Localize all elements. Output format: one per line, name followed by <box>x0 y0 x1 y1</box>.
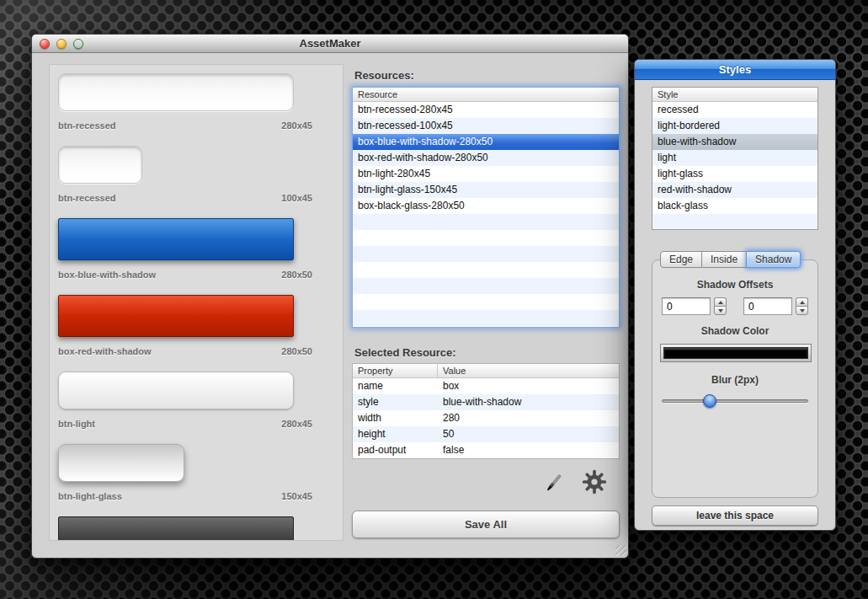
leave-this-space-button[interactable]: leave this space <box>652 505 818 526</box>
preview-label: btn-light <box>58 419 95 429</box>
property-column-header[interactable]: Property <box>353 364 438 377</box>
property-name-cell: style <box>353 394 438 410</box>
stepper-down-button[interactable] <box>714 306 727 315</box>
preview-size: 280x50 <box>281 346 312 356</box>
blur-label: Blur (2px) <box>652 374 818 386</box>
preview-shape <box>58 146 142 184</box>
style-row[interactable]: recessed <box>652 102 817 118</box>
preview-caption-row: btn-light 280x45 <box>58 419 312 429</box>
preview-list: btn-recessed 280x45 btn-recessed 100x45 … <box>50 65 343 541</box>
style-row[interactable]: black-glass <box>652 198 817 214</box>
property-value-cell: blue-with-shadow <box>438 394 526 410</box>
resources-table-body[interactable]: btn-recessed-280x45 btn-recessed-100x45 … <box>353 102 619 327</box>
shadow-offset-y-field[interactable] <box>743 297 792 315</box>
shadow-color-well[interactable] <box>660 344 812 362</box>
property-value-cell: 50 <box>438 426 459 442</box>
preview-item[interactable] <box>58 516 334 541</box>
window-title: AssetMaker <box>32 35 628 53</box>
preview-item[interactable]: btn-light 280x45 <box>58 372 334 429</box>
property-value-cell: false <box>438 442 469 458</box>
preview-size: 280x45 <box>281 120 312 131</box>
preview-label: btn-recessed <box>58 193 115 203</box>
resources-heading: Resources: <box>354 69 414 82</box>
resources-table[interactable]: Resource btn-recessed-280x45 btn-recesse… <box>352 87 620 328</box>
style-row[interactable]: light <box>652 150 817 166</box>
stepper-up-button[interactable] <box>714 297 727 306</box>
style-row-label: light <box>658 152 676 163</box>
resource-row[interactable]: box-red-with-shadow-280x50 <box>353 150 619 166</box>
preview-item[interactable]: btn-light-glass 150x45 <box>58 444 334 501</box>
property-table-header: Property Value <box>353 364 619 378</box>
stepper-up-button[interactable] <box>796 297 808 306</box>
style-row-label: light-glass <box>658 168 703 179</box>
preview-caption-row: box-blue-with-shadow 280x50 <box>58 270 312 280</box>
style-row[interactable]: red-with-shadow <box>652 182 817 198</box>
style-row[interactable]: light-glass <box>652 166 817 182</box>
preview-item[interactable]: box-red-with-shadow 280x50 <box>58 295 334 356</box>
value-column-header[interactable]: Value <box>438 366 471 376</box>
preview-caption-row: box-red-with-shadow 280x50 <box>58 346 312 356</box>
style-row-label: light-bordered <box>658 120 720 131</box>
preview-size: 280x50 <box>281 270 312 280</box>
preview-shape <box>58 372 294 409</box>
titlebar[interactable]: AssetMaker <box>32 35 628 53</box>
style-row[interactable]: blue-with-shadow <box>652 134 817 150</box>
style-row-label: blue-with-shadow <box>658 136 736 147</box>
blur-slider-thumb[interactable] <box>703 394 716 408</box>
resource-row[interactable]: btn-light-280x45 <box>353 166 619 182</box>
style-row-label: recessed <box>658 104 699 115</box>
resize-grip[interactable] <box>615 545 626 556</box>
resource-row[interactable]: btn-recessed-280x45 <box>353 102 619 118</box>
shadow-offset-y-stepper[interactable] <box>796 297 808 315</box>
window-content: btn-recessed 280x45 btn-recessed 100x45 … <box>32 54 628 558</box>
blur-slider[interactable] <box>662 393 808 409</box>
tab[interactable]: Inside <box>702 251 747 268</box>
styles-list-body[interactable]: recessed light-bordered blue-with-shadow… <box>652 102 817 229</box>
preview-shape <box>58 444 184 482</box>
style-row[interactable]: light-bordered <box>652 118 817 134</box>
resources-table-header[interactable]: Resource <box>353 88 619 102</box>
preview-label: btn-recessed <box>58 120 115 131</box>
styles-window-title: Styles <box>635 60 835 80</box>
paintbrush-icon[interactable] <box>541 471 566 500</box>
resource-row[interactable]: box-black-glass-280x50 <box>353 198 619 214</box>
preview-item[interactable]: box-blue-with-shadow 280x50 <box>58 218 334 280</box>
property-value-cell: box <box>438 378 464 394</box>
style-row-label: black-glass <box>658 200 708 211</box>
tab-label: Inside <box>711 254 738 265</box>
close-button[interactable] <box>40 39 50 49</box>
property-table: Property Value name box style blue-with-… <box>352 363 620 459</box>
preview-panel[interactable]: btn-recessed 280x45 btn-recessed 100x45 … <box>49 64 343 541</box>
preview-label: box-red-with-shadow <box>58 346 152 356</box>
resource-column-header[interactable]: Resource <box>353 89 402 99</box>
shadow-offset-x-field[interactable] <box>662 297 711 315</box>
resource-row[interactable]: btn-light-glass-150x45 <box>353 182 619 198</box>
preview-item[interactable]: btn-recessed 280x45 <box>58 73 334 131</box>
styles-list[interactable]: Style recessed light-bordered blue-with-… <box>652 87 818 230</box>
minimize-button[interactable] <box>56 39 67 49</box>
shadow-offset-x-stepper[interactable] <box>714 297 727 315</box>
preview-size: 100x45 <box>281 193 312 203</box>
resource-row[interactable]: box-blue-with-shadow-280x50 <box>353 134 619 150</box>
selected-resource-heading: Selected Resource: <box>354 346 456 359</box>
gear-icon[interactable] <box>581 468 608 499</box>
resource-row[interactable]: btn-recessed-100x45 <box>353 118 619 134</box>
style-column-header[interactable]: Style <box>652 89 683 99</box>
zoom-button[interactable] <box>73 39 83 49</box>
preview-item[interactable]: btn-recessed 100x45 <box>58 146 334 203</box>
property-row: width 280 <box>353 410 619 426</box>
resource-row-label: box-black-glass-280x50 <box>358 200 465 211</box>
shadow-color-swatch <box>663 347 808 359</box>
tab-label: Shadow <box>755 254 791 265</box>
blur-slider-track[interactable] <box>662 399 808 403</box>
styles-list-header[interactable]: Style <box>652 88 817 102</box>
property-name-cell: width <box>353 410 438 426</box>
tab[interactable]: Shadow <box>747 251 801 268</box>
preview-size: 280x45 <box>281 419 312 429</box>
property-row: height 50 <box>353 426 619 442</box>
stepper-down-button[interactable] <box>796 306 808 315</box>
styles-titlebar[interactable]: Styles <box>635 60 835 80</box>
tab[interactable]: Edge <box>660 251 702 268</box>
preview-caption-row: btn-recessed 280x45 <box>58 120 312 131</box>
save-all-button[interactable]: Save All <box>352 511 620 538</box>
